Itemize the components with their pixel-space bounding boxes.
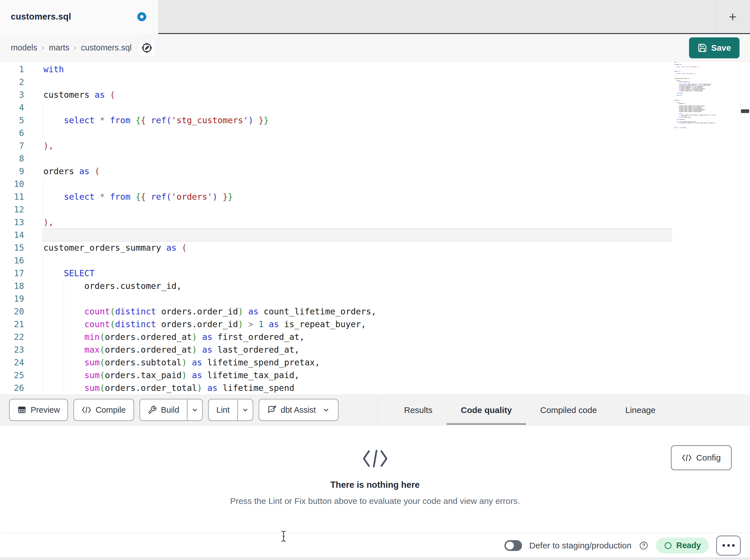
scrollbar-track [740, 62, 741, 395]
code-line[interactable]: 14 [0, 229, 376, 241]
new-tab-button[interactable]: + [718, 0, 747, 33]
code-line[interactable]: 24 sum(orders.subtotal) as lifetime_spen… [0, 356, 376, 369]
save-icon [697, 43, 707, 53]
line-number: 24 [0, 356, 24, 369]
editor-toolbar: PreviewCompileBuildLintdbt Assist Result… [0, 395, 750, 425]
code-line[interactable]: 23 max(orders.ordered_at) as last_ordere… [0, 343, 376, 356]
save-label: Save [711, 43, 731, 53]
config-label: Config [696, 453, 721, 462]
code-line[interactable]: 2 [0, 76, 376, 88]
ready-label: Ready [676, 541, 701, 550]
more-options-button[interactable] [716, 536, 741, 556]
code-line[interactable]: 13), [0, 216, 376, 229]
unsaved-indicator-icon [137, 12, 146, 21]
tab-compiled-code[interactable]: Compiled code [526, 395, 611, 425]
breadcrumb-item-models[interactable]: models [11, 43, 37, 53]
code-line[interactable]: 21 count(distinct orders.order_id) > 1 a… [0, 318, 376, 331]
ready-status-icon [664, 541, 672, 550]
help-icon[interactable] [639, 541, 649, 551]
code-line[interactable]: 26 sum(orders.order_total) as lifetime_s… [0, 381, 376, 394]
build-dropdown-button[interactable] [187, 399, 202, 420]
code-text: orders.customer_id, [43, 279, 182, 292]
lint-label: Lint [216, 405, 230, 415]
code-text: ), [43, 139, 54, 152]
line-number: 4 [0, 101, 24, 114]
code-line[interactable]: 8 [0, 152, 376, 165]
code-text: sum(orders.tax_paid) as lifetime_tax_pai… [43, 369, 299, 381]
code-line[interactable]: 9orders as ( [0, 165, 376, 178]
code-line[interactable]: 4 [0, 101, 376, 114]
preview-button[interactable]: Preview [9, 399, 68, 421]
code-line[interactable]: 3customers as ( [0, 88, 376, 101]
explore-button[interactable] [138, 39, 156, 57]
code-line[interactable]: 22 min(orders.ordered_at) as first_order… [0, 331, 376, 343]
code-line[interactable]: 20 count(distinct orders.order_id) as co… [0, 305, 376, 318]
breadcrumb-separator: › [74, 43, 77, 52]
preview-label: Preview [31, 405, 60, 415]
code-line[interactable]: 1with [0, 63, 376, 76]
defer-toggle[interactable] [505, 540, 522, 551]
code-line[interactable]: 15customer_orders_summary as ( [0, 241, 376, 254]
tab-lineage[interactable]: Lineage [611, 395, 670, 425]
code-line[interactable]: 6 [0, 127, 376, 139]
code-text: sum(orders.order_total) as lifetime_spen… [43, 381, 294, 394]
code-text: select * from {{ ref('stg_customers') }} [43, 114, 269, 127]
empty-state-title: There is nothing here [0, 480, 750, 490]
tab-title: customers.sql [11, 0, 71, 33]
lint-button[interactable]: Lint [208, 399, 253, 421]
line-number: 26 [0, 381, 24, 394]
panel-tabs: ResultsCode qualityCompiled codeLineage [390, 395, 670, 425]
code-text: max(orders.ordered_at) as last_ordered_a… [43, 343, 299, 356]
code-line[interactable]: 25 sum(orders.tax_paid) as lifetime_tax_… [0, 369, 376, 381]
scrollbar-thumb[interactable] [741, 109, 749, 113]
lint-dropdown-button[interactable] [237, 399, 253, 420]
code-line[interactable]: 16 [0, 254, 376, 267]
code-line[interactable]: 10 [0, 178, 376, 190]
i-beam-cursor [280, 530, 288, 543]
code-lines[interactable]: 1with23customers as (45 select * from {{… [0, 63, 376, 394]
code-icon [0, 449, 750, 469]
line-number: 3 [0, 88, 24, 101]
line-number: 7 [0, 139, 24, 152]
config-button[interactable]: Config [671, 445, 732, 470]
code-text: min(orders.ordered_at) as first_ordered_… [43, 331, 304, 343]
line-number: 5 [0, 114, 24, 127]
code-line[interactable]: 18 orders.customer_id, [0, 279, 376, 292]
code-line[interactable]: 5 select * from {{ ref('stg_customers') … [0, 114, 376, 127]
dbt-assist-button[interactable]: dbt Assist [259, 399, 339, 421]
tab-results[interactable]: Results [390, 395, 447, 425]
line-number: 2 [0, 76, 24, 88]
line-number: 21 [0, 318, 24, 331]
save-button[interactable]: Save [689, 37, 739, 58]
line-number: 11 [0, 190, 24, 203]
code-line[interactable]: 17 SELECT [0, 267, 376, 279]
breadcrumb-item-marts[interactable]: marts [49, 43, 70, 53]
breadcrumb-separator: › [42, 43, 44, 52]
compile-button[interactable]: Compile [74, 399, 134, 421]
code-text: with [43, 63, 64, 76]
bottom-strip [0, 557, 750, 560]
breadcrumb-item-customers-sql[interactable]: customers.sql [81, 43, 132, 53]
ellipsis-icon [723, 544, 725, 547]
code-editor[interactable]: 1with23customers as (45 select * from {{… [0, 62, 750, 395]
line-number: 12 [0, 203, 24, 216]
defer-label: Defer to staging/production [529, 541, 631, 551]
code-line[interactable]: 7), [0, 139, 376, 152]
line-number: 9 [0, 165, 24, 178]
code-line[interactable]: 11 select * from {{ ref('orders') }} [0, 190, 376, 203]
code-icon [82, 406, 91, 414]
code-line[interactable]: 19 [0, 292, 376, 305]
chevron-down-icon [322, 406, 330, 414]
results-panel: There is nothing here Press the Lint or … [0, 425, 750, 533]
line-number: 13 [0, 216, 24, 229]
build-label: Build [161, 405, 179, 415]
line-number: 6 [0, 127, 24, 139]
line-number: 8 [0, 152, 24, 165]
tab-customers-sql[interactable]: customers.sql [0, 0, 158, 34]
build-button[interactable]: Build [139, 399, 203, 421]
file-header-row: models›marts›customers.sql Save [0, 34, 750, 62]
tab-code-quality[interactable]: Code quality [447, 395, 526, 425]
minimap[interactable]: with customers as ( select * from {{ ref… [674, 62, 717, 130]
code-line[interactable]: 12 [0, 203, 376, 216]
dbt-ide-window: customers.sql + models›marts›customers.s… [0, 0, 750, 560]
